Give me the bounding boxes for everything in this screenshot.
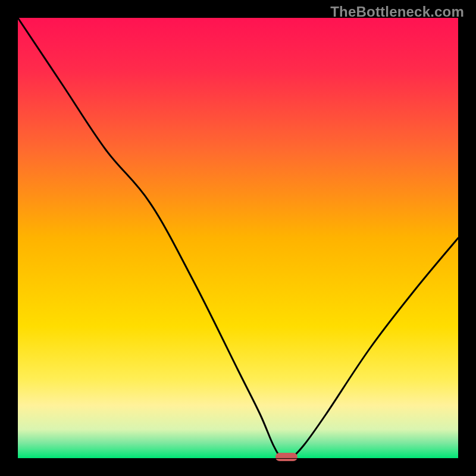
svg-rect-0 — [18, 18, 458, 458]
watermark-text: TheBottleneck.com — [330, 4, 464, 20]
bottleneck-chart — [0, 0, 476, 476]
chart-frame: TheBottleneck.com — [0, 0, 476, 476]
svg-rect-1 — [275, 453, 298, 461]
